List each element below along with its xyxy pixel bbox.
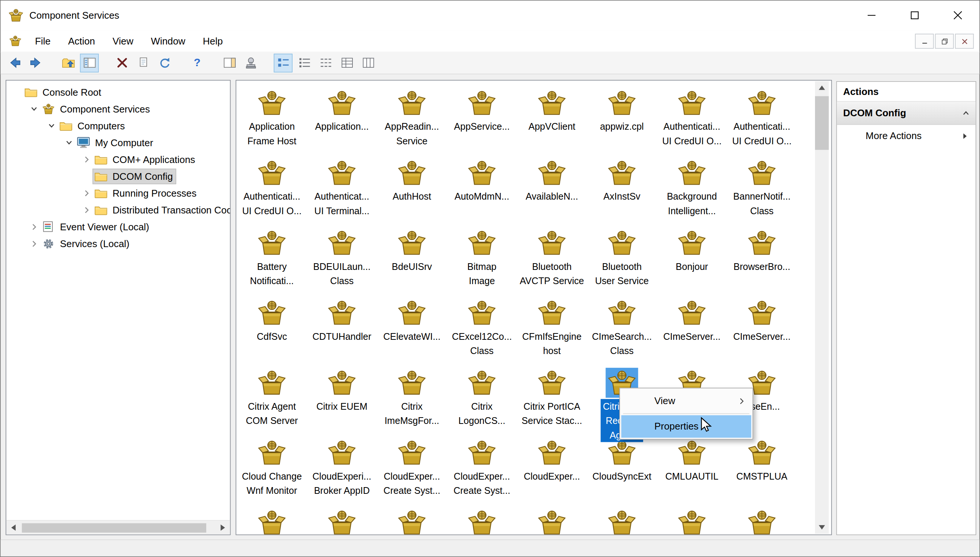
dcom-item-application[interactable]: Application Frame Host: [237, 84, 307, 154]
scrollbar-track[interactable]: [21, 521, 216, 534]
tree-item-running-processes[interactable]: Running Processes: [7, 185, 230, 202]
forward-button[interactable]: [26, 54, 45, 72]
dcom-item-bdeuilaun[interactable]: BDEUILaun... Class: [307, 223, 377, 293]
dcom-item-cloudexperi[interactable]: CloudExperi... Broker AppID: [307, 433, 377, 503]
up-one-level-button[interactable]: [59, 54, 77, 72]
menu-file[interactable]: File: [26, 31, 59, 50]
help-button[interactable]: ?: [188, 54, 206, 72]
tree-item-distributed-transaction-coo[interactable]: Distributed Transaction Coo: [7, 202, 230, 219]
dcom-item-appvclient[interactable]: AppVClient: [517, 84, 587, 154]
dcom-item-cfmifsengine[interactable]: CFmIfsEngine host: [517, 293, 587, 363]
dcom-item[interactable]: [517, 503, 587, 535]
dcom-item-bitmap[interactable]: Bitmap Image: [447, 223, 517, 293]
dcom-item[interactable]: [377, 503, 447, 535]
menu-help[interactable]: Help: [194, 31, 232, 50]
view-columns-button[interactable]: [359, 54, 377, 72]
tree-item-dcom-config[interactable]: DCOM Config: [7, 168, 230, 185]
collapsed-expander-icon[interactable]: [80, 153, 92, 166]
dcom-item-citrix-portica[interactable]: Citrix PortICA Service Stac...: [517, 363, 587, 433]
collapsed-expander-icon[interactable]: [80, 204, 92, 216]
properties-button[interactable]: [134, 54, 152, 72]
show-actions-pane-button[interactable]: [220, 54, 239, 72]
dcom-item-cimeserver[interactable]: CImeServer...: [657, 293, 727, 363]
dcom-item-cexcel12co[interactable]: CExcel12Co... Class: [447, 293, 517, 363]
collapsed-expander-icon[interactable]: [27, 238, 40, 250]
dcom-item-citrix-euem[interactable]: Citrix EUEM: [307, 363, 377, 433]
dcom-item[interactable]: [727, 503, 797, 535]
dcom-item-cloudexper[interactable]: CloudExper...: [517, 433, 587, 503]
collapsed-expander-icon[interactable]: [80, 187, 92, 199]
dcom-item-bluetooth[interactable]: Bluetooth User Service: [587, 223, 657, 293]
tree-item-computers[interactable]: Computers: [7, 117, 230, 134]
expanded-expander-icon[interactable]: [62, 137, 75, 149]
dcom-item-cloud-change[interactable]: Cloud Change Wnf Monitor: [237, 433, 307, 503]
refresh-button[interactable]: [155, 54, 174, 72]
dcom-item-browserbro[interactable]: BrowserBro...: [727, 223, 797, 293]
close-button[interactable]: [936, 1, 979, 30]
dcom-item[interactable]: [587, 503, 657, 535]
dcom-item-celevatewi[interactable]: CElevateWI...: [377, 293, 447, 363]
dcom-item-authenticat[interactable]: Authenticat... UI Terminal...: [307, 154, 377, 223]
back-button[interactable]: [5, 54, 24, 72]
list-vertical-scrollbar[interactable]: [815, 81, 829, 534]
scroll-up-arrow-icon[interactable]: [815, 81, 829, 94]
tree-item-event-viewer-local[interactable]: Event Viewer (Local): [7, 219, 230, 236]
view-small-buttons-icon[interactable]: [295, 54, 314, 72]
scrollbar-thumb[interactable]: [22, 523, 206, 533]
tree-item-my-computer[interactable]: My Computer: [7, 134, 230, 151]
dcom-item-authenticati[interactable]: Authenticati... UI CredUI O...: [727, 84, 797, 154]
dcom-item[interactable]: [307, 503, 377, 535]
dcom-item-cdfsvc[interactable]: CdfSvc: [237, 293, 307, 363]
tree-item-services-local[interactable]: Services (Local): [7, 236, 230, 252]
scroll-right-arrow-icon[interactable]: [216, 521, 230, 534]
tree-item-component-services[interactable]: Component Services: [7, 101, 230, 117]
collapse-chevron-icon[interactable]: [961, 108, 971, 118]
dcom-item-axinstsv[interactable]: AxInstSv: [587, 154, 657, 223]
expanded-expander-icon[interactable]: [45, 120, 57, 132]
dcom-item-cloudsyncext[interactable]: CloudSyncExt: [587, 433, 657, 503]
dcom-item-bdeuisrv[interactable]: BdeUISrv: [377, 223, 447, 293]
menu-window[interactable]: Window: [142, 31, 194, 50]
view-details-button[interactable]: [338, 54, 356, 72]
dcom-item-appwiz-cpl[interactable]: appwiz.cpl: [587, 84, 657, 154]
dcom-item-appreadin[interactable]: AppReadin... Service: [377, 84, 447, 154]
dcom-item-authhost[interactable]: AuthHost: [377, 154, 447, 223]
dcom-item-authenticati[interactable]: Authenticati... UI CredUI O...: [237, 154, 307, 223]
collapsed-expander-icon[interactable]: [27, 221, 40, 233]
more-actions-button[interactable]: More Actions: [837, 125, 976, 147]
dcom-item-cmstplua[interactable]: CMSTPLUA: [727, 433, 797, 503]
delete-button[interactable]: [113, 54, 131, 72]
menu-action[interactable]: Action: [59, 31, 104, 50]
dcom-item-cimesearch[interactable]: CImeSearch... Class: [587, 293, 657, 363]
scrollbar-thumb[interactable]: [815, 96, 829, 150]
child-restore-button[interactable]: [935, 34, 954, 49]
maximize-button[interactable]: [893, 1, 936, 30]
view-sorted-button[interactable]: [274, 54, 292, 72]
actions-group-dcom-config[interactable]: DCOM Config: [837, 102, 976, 125]
tree-horizontal-scrollbar[interactable]: [7, 520, 230, 534]
menu-view[interactable]: View: [104, 31, 142, 50]
dcom-item[interactable]: [237, 503, 307, 535]
dcom-item-cloudexper[interactable]: CloudExper... Create Syst...: [447, 433, 517, 503]
show-console-tree-button[interactable]: [80, 54, 99, 72]
dcom-item-cdtuhandler[interactable]: CDTUHandler: [307, 293, 377, 363]
dcom-item-bonjour[interactable]: Bonjour: [657, 223, 727, 293]
child-minimize-button[interactable]: [915, 34, 934, 49]
dcom-item-citrix[interactable]: Citrix ImeMsgFor...: [377, 363, 447, 433]
dcom-item-automdmn[interactable]: AutoMdmN...: [447, 154, 517, 223]
child-close-button[interactable]: [955, 34, 973, 49]
tree-item-console-root[interactable]: Console Root: [7, 84, 230, 101]
expanded-expander-icon[interactable]: [27, 103, 40, 115]
dcom-item-appservice[interactable]: AppService...: [447, 84, 517, 154]
dcom-item-cloudexper[interactable]: CloudExper... Create Syst...: [377, 433, 447, 503]
dcom-item-citrix-agent[interactable]: Citrix Agent COM Server: [237, 363, 307, 433]
dcom-item-authenticati[interactable]: Authenticati... UI CredUI O...: [657, 84, 727, 154]
configure-button[interactable]: [241, 54, 260, 72]
tree-item-com-applications[interactable]: COM+ Applications: [7, 151, 230, 168]
dcom-item-battery[interactable]: Battery Notificati...: [237, 223, 307, 293]
context-menu-item-properties[interactable]: Properties: [621, 415, 751, 438]
dcom-item-cimeserver[interactable]: CImeServer...: [727, 293, 797, 363]
dcom-item-background[interactable]: Background Intelligent...: [657, 154, 727, 223]
context-menu-item-view[interactable]: View: [621, 389, 751, 412]
minimize-button[interactable]: [850, 1, 893, 30]
